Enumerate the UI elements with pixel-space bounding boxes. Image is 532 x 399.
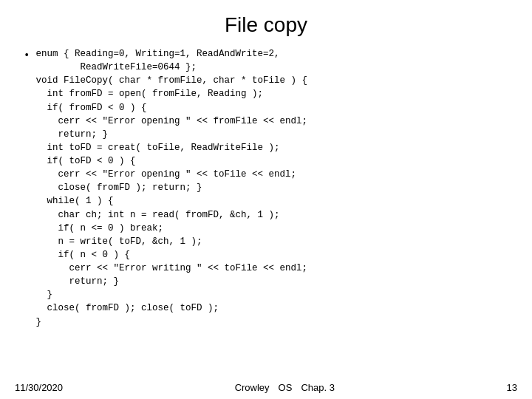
footer-author: Crowley bbox=[235, 382, 270, 393]
code-lines: enum { Reading=0, Writing=1, ReadAndWrit… bbox=[35, 47, 307, 329]
page: File copy • enum { Reading=0, Writing=1,… bbox=[0, 0, 532, 399]
footer-date: 11/30/2020 bbox=[15, 382, 63, 393]
footer-chapter: Chap. 3 bbox=[301, 382, 335, 393]
code-block: • enum { Reading=0, Writing=1, ReadAndWr… bbox=[24, 47, 508, 329]
code-with-bullet: • enum { Reading=0, Writing=1, ReadAndWr… bbox=[24, 47, 508, 329]
bullet-point: • bbox=[24, 48, 30, 63]
footer-page-number: 13 bbox=[507, 382, 517, 393]
content-area: • enum { Reading=0, Writing=1, ReadAndWr… bbox=[0, 44, 532, 378]
footer-center: Crowley OS Chap. 3 bbox=[235, 382, 335, 393]
footer: 11/30/2020 Crowley OS Chap. 3 13 bbox=[0, 378, 532, 399]
footer-subject: OS bbox=[279, 382, 293, 393]
page-title: File copy bbox=[0, 0, 532, 44]
